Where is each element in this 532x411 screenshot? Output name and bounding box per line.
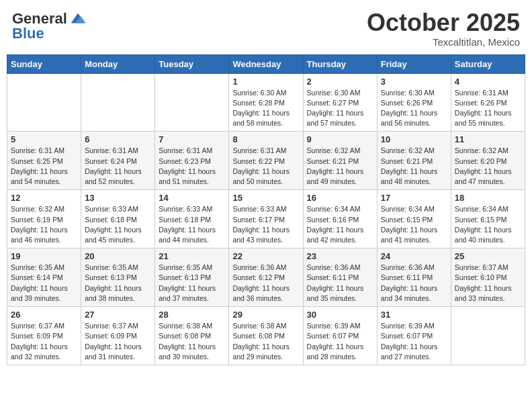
day-number: 27 xyxy=(85,310,151,320)
day-cell: 21Sunrise: 6:35 AMSunset: 6:13 PMDayligh… xyxy=(155,248,229,307)
day-info: Sunrise: 6:32 AMSunset: 6:19 PMDaylight:… xyxy=(11,204,77,245)
day-info: Sunrise: 6:33 AMSunset: 6:18 PMDaylight:… xyxy=(159,204,225,245)
day-info: Sunrise: 6:38 AMSunset: 6:08 PMDaylight:… xyxy=(232,321,299,362)
month-title: October 2025 xyxy=(367,9,520,36)
day-cell xyxy=(7,73,81,132)
day-number: 21 xyxy=(159,251,225,261)
day-cell: 14Sunrise: 6:33 AMSunset: 6:18 PMDayligh… xyxy=(155,190,229,248)
header-monday: Monday xyxy=(81,54,155,73)
day-info: Sunrise: 6:36 AMSunset: 6:12 PMDaylight:… xyxy=(232,263,299,304)
day-number: 3 xyxy=(381,77,447,87)
day-cell: 19Sunrise: 6:35 AMSunset: 6:14 PMDayligh… xyxy=(7,248,81,307)
day-number: 7 xyxy=(159,134,225,144)
day-number: 11 xyxy=(455,134,521,144)
day-number: 5 xyxy=(11,134,77,144)
day-number: 16 xyxy=(307,193,373,203)
day-info: Sunrise: 6:39 AMSunset: 6:07 PMDaylight:… xyxy=(381,321,447,362)
day-cell: 13Sunrise: 6:33 AMSunset: 6:18 PMDayligh… xyxy=(81,190,155,248)
day-cell: 4Sunrise: 6:31 AMSunset: 6:26 PMDaylight… xyxy=(451,73,525,132)
day-info: Sunrise: 6:35 AMSunset: 6:13 PMDaylight:… xyxy=(85,263,151,304)
day-cell: 18Sunrise: 6:34 AMSunset: 6:15 PMDayligh… xyxy=(451,190,525,248)
day-cell: 15Sunrise: 6:33 AMSunset: 6:17 PMDayligh… xyxy=(229,190,303,248)
header-saturday: Saturday xyxy=(451,54,525,73)
day-cell: 7Sunrise: 6:31 AMSunset: 6:23 PMDaylight… xyxy=(155,132,229,190)
day-number: 28 xyxy=(159,310,225,320)
day-cell: 27Sunrise: 6:37 AMSunset: 6:09 PMDayligh… xyxy=(81,307,155,365)
day-number: 22 xyxy=(232,251,299,261)
day-number: 19 xyxy=(11,251,77,261)
header-friday: Friday xyxy=(377,54,451,73)
day-cell: 1Sunrise: 6:30 AMSunset: 6:28 PMDaylight… xyxy=(229,73,303,132)
day-number: 20 xyxy=(85,251,151,261)
calendar: SundayMondayTuesdayWednesdayThursdayFrid… xyxy=(7,54,525,365)
day-number: 13 xyxy=(85,193,151,203)
day-number: 31 xyxy=(381,310,447,320)
day-info: Sunrise: 6:36 AMSunset: 6:11 PMDaylight:… xyxy=(307,263,373,304)
calendar-header-row: SundayMondayTuesdayWednesdayThursdayFrid… xyxy=(7,54,525,73)
day-number: 14 xyxy=(159,193,225,203)
day-number: 2 xyxy=(307,77,373,87)
day-number: 29 xyxy=(232,310,299,320)
day-cell: 17Sunrise: 6:34 AMSunset: 6:15 PMDayligh… xyxy=(377,190,451,248)
day-info: Sunrise: 6:35 AMSunset: 6:14 PMDaylight:… xyxy=(11,263,77,304)
day-info: Sunrise: 6:31 AMSunset: 6:24 PMDaylight:… xyxy=(85,146,151,187)
day-number: 10 xyxy=(381,134,447,144)
day-info: Sunrise: 6:34 AMSunset: 6:16 PMDaylight:… xyxy=(307,204,373,245)
day-cell xyxy=(81,73,155,132)
week-row-5: 26Sunrise: 6:37 AMSunset: 6:09 PMDayligh… xyxy=(7,307,525,365)
day-cell: 3Sunrise: 6:30 AMSunset: 6:26 PMDaylight… xyxy=(377,73,451,132)
day-cell xyxy=(451,307,525,365)
day-info: Sunrise: 6:37 AMSunset: 6:09 PMDaylight:… xyxy=(85,321,151,362)
day-cell: 29Sunrise: 6:38 AMSunset: 6:08 PMDayligh… xyxy=(229,307,303,365)
day-info: Sunrise: 6:31 AMSunset: 6:25 PMDaylight:… xyxy=(11,146,77,187)
day-number: 18 xyxy=(455,193,521,203)
week-row-4: 19Sunrise: 6:35 AMSunset: 6:14 PMDayligh… xyxy=(7,248,525,307)
day-cell: 24Sunrise: 6:36 AMSunset: 6:11 PMDayligh… xyxy=(377,248,451,307)
day-info: Sunrise: 6:32 AMSunset: 6:20 PMDaylight:… xyxy=(455,146,521,187)
day-cell: 6Sunrise: 6:31 AMSunset: 6:24 PMDaylight… xyxy=(81,132,155,190)
day-number: 6 xyxy=(85,134,151,144)
day-cell xyxy=(155,73,229,132)
week-row-2: 5Sunrise: 6:31 AMSunset: 6:25 PMDaylight… xyxy=(7,132,525,190)
day-number: 24 xyxy=(381,251,447,261)
day-cell: 31Sunrise: 6:39 AMSunset: 6:07 PMDayligh… xyxy=(377,307,451,365)
week-row-3: 12Sunrise: 6:32 AMSunset: 6:19 PMDayligh… xyxy=(7,190,525,248)
day-cell: 8Sunrise: 6:31 AMSunset: 6:22 PMDaylight… xyxy=(229,132,303,190)
day-cell: 12Sunrise: 6:32 AMSunset: 6:19 PMDayligh… xyxy=(7,190,81,248)
day-number: 1 xyxy=(232,77,299,87)
day-cell: 5Sunrise: 6:31 AMSunset: 6:25 PMDaylight… xyxy=(7,132,81,190)
logo: General Blue xyxy=(12,9,87,42)
day-cell: 25Sunrise: 6:37 AMSunset: 6:10 PMDayligh… xyxy=(451,248,525,307)
title-block: October 2025 Texcaltitlan, Mexico xyxy=(367,9,520,48)
day-info: Sunrise: 6:31 AMSunset: 6:23 PMDaylight:… xyxy=(159,146,225,187)
day-cell: 28Sunrise: 6:38 AMSunset: 6:08 PMDayligh… xyxy=(155,307,229,365)
page-header: General Blue October 2025 Texcaltitlan, … xyxy=(7,7,525,50)
day-info: Sunrise: 6:39 AMSunset: 6:07 PMDaylight:… xyxy=(307,321,373,362)
day-info: Sunrise: 6:30 AMSunset: 6:27 PMDaylight:… xyxy=(307,88,373,129)
header-wednesday: Wednesday xyxy=(229,54,303,73)
day-cell: 30Sunrise: 6:39 AMSunset: 6:07 PMDayligh… xyxy=(303,307,377,365)
logo-icon xyxy=(69,9,87,28)
day-number: 17 xyxy=(381,193,447,203)
day-cell: 23Sunrise: 6:36 AMSunset: 6:11 PMDayligh… xyxy=(303,248,377,307)
day-info: Sunrise: 6:31 AMSunset: 6:22 PMDaylight:… xyxy=(232,146,299,187)
day-cell: 11Sunrise: 6:32 AMSunset: 6:20 PMDayligh… xyxy=(451,132,525,190)
day-number: 26 xyxy=(11,310,77,320)
day-info: Sunrise: 6:35 AMSunset: 6:13 PMDaylight:… xyxy=(159,263,225,304)
day-cell: 10Sunrise: 6:32 AMSunset: 6:21 PMDayligh… xyxy=(377,132,451,190)
day-cell: 22Sunrise: 6:36 AMSunset: 6:12 PMDayligh… xyxy=(229,248,303,307)
day-info: Sunrise: 6:34 AMSunset: 6:15 PMDaylight:… xyxy=(381,204,447,245)
day-number: 8 xyxy=(232,134,299,144)
day-number: 12 xyxy=(11,193,77,203)
day-info: Sunrise: 6:32 AMSunset: 6:21 PMDaylight:… xyxy=(307,146,373,187)
day-info: Sunrise: 6:38 AMSunset: 6:08 PMDaylight:… xyxy=(159,321,225,362)
day-info: Sunrise: 6:33 AMSunset: 6:17 PMDaylight:… xyxy=(232,204,299,245)
day-cell: 9Sunrise: 6:32 AMSunset: 6:21 PMDaylight… xyxy=(303,132,377,190)
day-info: Sunrise: 6:30 AMSunset: 6:26 PMDaylight:… xyxy=(381,88,447,129)
day-cell: 20Sunrise: 6:35 AMSunset: 6:13 PMDayligh… xyxy=(81,248,155,307)
header-sunday: Sunday xyxy=(7,54,81,73)
day-number: 15 xyxy=(232,193,299,203)
day-number: 30 xyxy=(307,310,373,320)
header-tuesday: Tuesday xyxy=(155,54,229,73)
day-info: Sunrise: 6:37 AMSunset: 6:09 PMDaylight:… xyxy=(11,321,77,362)
